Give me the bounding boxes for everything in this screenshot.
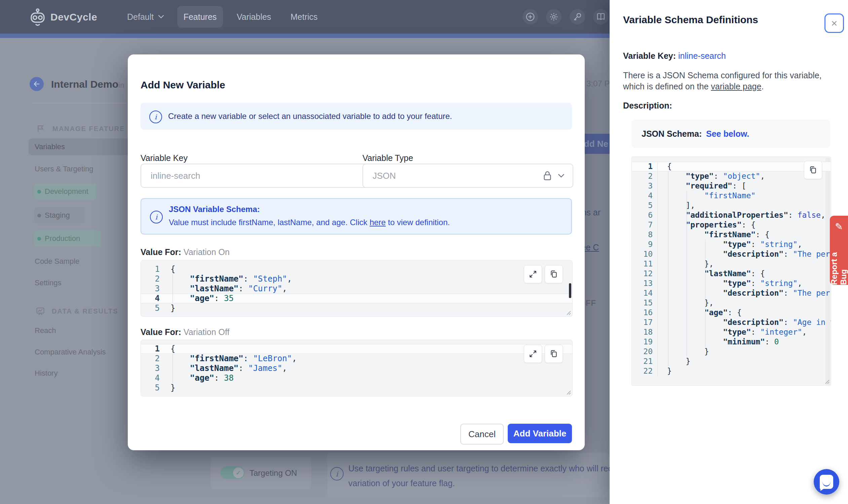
line-number: 2: [141, 354, 160, 363]
cancel-button[interactable]: Cancel: [460, 424, 504, 445]
info-icon: i: [149, 110, 162, 123]
schema-code-block[interactable]: 1{2 "type": "object",3 "required": [4 "f…: [631, 157, 831, 386]
api-keys-button[interactable]: [570, 9, 585, 24]
line-number: 1: [141, 265, 160, 274]
code-line: 12 "lastName": {: [632, 269, 831, 278]
line-number: 5: [141, 383, 160, 393]
code-line: 16 "age": {: [632, 308, 831, 318]
variable-key-link[interactable]: inline-search: [678, 51, 726, 60]
variable-page-link[interactable]: variable page: [711, 82, 761, 91]
code-line: 5}: [141, 303, 572, 313]
variation-off-name: Variation Off: [184, 327, 230, 337]
code-line: 1{: [141, 344, 572, 354]
expand-editor-button[interactable]: [524, 345, 542, 363]
settings-button[interactable]: [546, 9, 561, 24]
line-number: 11: [632, 259, 658, 269]
env-dot-staging: [37, 214, 41, 217]
copy-schema-button[interactable]: [804, 161, 822, 179]
sidebar-item-code-sample[interactable]: Code Sample: [35, 257, 79, 266]
expand-editor-button[interactable]: [524, 265, 542, 283]
code-line: 3 "lastName": "James",: [141, 363, 572, 373]
schema-definition-link[interactable]: here: [369, 218, 386, 227]
copy-icon: [550, 270, 558, 278]
indent-guide: [668, 172, 669, 366]
line-number: 18: [632, 327, 658, 337]
code-line: 13 "type": "string",: [632, 278, 831, 288]
report-bug-tab[interactable]: ✎ Report a Bug: [830, 216, 848, 285]
arrow-left-icon: [33, 80, 40, 88]
variation-off-editor[interactable]: 1{2 "firstName": "LeBron",3 "lastName": …: [141, 340, 573, 396]
devcycle-logo-icon: [29, 8, 47, 27]
toggle-knob: ✓: [233, 467, 244, 478]
schema-banner-title: JSON Variable Schema:: [169, 205, 260, 214]
expand-icon: [529, 349, 537, 358]
code-line: 4 "age": 38: [141, 373, 572, 383]
code-line: 11 },: [632, 259, 831, 269]
editor-scrollbar[interactable]: [569, 283, 571, 298]
panel-close-button[interactable]: ×: [825, 14, 844, 33]
sidebar-item-production[interactable]: Production: [34, 231, 101, 247]
variable-type-select[interactable]: JSON: [362, 164, 573, 188]
line-number: 7: [632, 220, 658, 230]
chat-bubble-icon: [820, 475, 833, 489]
sidebar-item-history[interactable]: History: [35, 369, 57, 378]
gear-icon: [549, 12, 559, 22]
pencil-icon: ✎: [835, 221, 843, 232]
sidebar-item-staging[interactable]: Staging: [34, 207, 85, 223]
resize-handle[interactable]: [565, 389, 571, 395]
sidebar-item-users-targeting[interactable]: Users & Targeting: [35, 165, 93, 173]
copy-editor-button[interactable]: [545, 265, 563, 283]
code-line: 2 "firstName": "LeBron",: [141, 354, 572, 363]
nav-tab-features[interactable]: Features: [177, 6, 223, 28]
sidebar-item-settings[interactable]: Settings: [35, 278, 62, 287]
chart-board-icon: [36, 306, 45, 316]
nav-tab-metrics[interactable]: Metrics: [291, 12, 318, 22]
code-line: 3 "required": [: [632, 181, 831, 191]
code-line: 1{: [632, 162, 831, 172]
resize-handle[interactable]: [565, 309, 571, 315]
panel-intro-line1: There is a JSON Schema configured for th…: [623, 71, 822, 80]
copy-editor-button[interactable]: [545, 345, 563, 363]
variable-type-value: JSON: [373, 171, 396, 181]
indent-guide: [705, 239, 706, 347]
docs-button[interactable]: [593, 9, 609, 24]
see-below-link[interactable]: See below.: [706, 129, 749, 139]
variation-on-name: Variation On: [184, 247, 230, 257]
env-dot-production: [37, 237, 41, 240]
panel-variable-key: Variable Key: inline-search: [623, 51, 726, 61]
line-number: 5: [632, 201, 658, 210]
variation-on-editor[interactable]: 1{2 "firstName": "Steph",3 "lastName": "…: [141, 260, 573, 317]
sidebar-section-data-results: DATA & RESULTS: [36, 306, 118, 316]
add-variable-button[interactable]: Add Variable: [508, 424, 572, 443]
targeting-toggle[interactable]: ✓: [220, 466, 244, 479]
report-bug-label: Report a Bug: [830, 236, 848, 285]
resize-handle[interactable]: [824, 378, 830, 384]
plus-circle-icon: [525, 12, 535, 22]
back-button[interactable]: [30, 77, 44, 91]
sidebar-item-development[interactable]: Development: [34, 183, 97, 200]
chat-launcher[interactable]: [814, 469, 839, 494]
code-line: 14 "description": "The person's la: [632, 288, 831, 298]
line-number: 20: [632, 347, 658, 357]
create-button[interactable]: [522, 9, 538, 24]
project-selector[interactable]: Default: [127, 12, 154, 22]
code-line: 4 "age": 35: [141, 294, 572, 303]
chevron-down-icon: [558, 174, 565, 178]
check-icon: ✓: [236, 469, 241, 477]
schema-summary-box: JSON Schema: See below.: [631, 120, 830, 148]
targeting-info-line1: Use targeting rules and user targeting t…: [348, 464, 610, 473]
expand-icon: [529, 270, 537, 278]
code-line: 15 },: [632, 298, 831, 308]
screen: DevCycle Default Features Variables Metr…: [0, 0, 848, 504]
add-variable-modal: Add New Variable i Create a new variable…: [128, 54, 585, 450]
sidebar-item-reach[interactable]: Reach: [35, 326, 56, 335]
variable-key-label: Variable Key: [141, 153, 188, 163]
line-number: 9: [632, 239, 658, 249]
line-number: 4: [632, 191, 658, 201]
code-line: 7 "properties": {: [632, 220, 831, 230]
sidebar-item-comparative-analysis[interactable]: Comparative Analysis: [35, 348, 106, 357]
nav-tab-variables[interactable]: Variables: [237, 12, 271, 22]
line-number: 6: [632, 210, 658, 220]
code-line: 9 "type": "string",: [632, 239, 831, 249]
schema-banner: i JSON Variable Schema: Value must inclu…: [141, 198, 572, 235]
